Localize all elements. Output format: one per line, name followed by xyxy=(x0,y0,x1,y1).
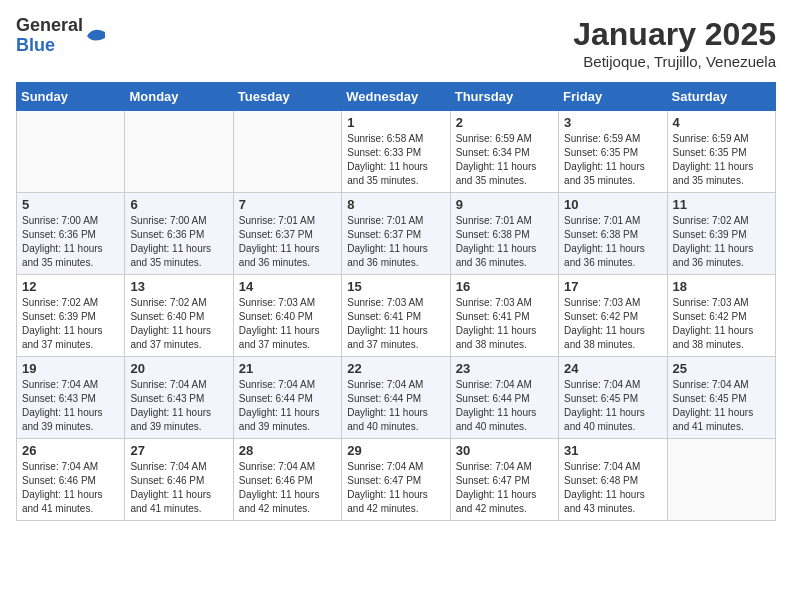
day-info: Sunrise: 7:03 AMSunset: 6:42 PMDaylight:… xyxy=(673,296,770,352)
calendar-cell: 26Sunrise: 7:04 AMSunset: 6:46 PMDayligh… xyxy=(17,439,125,521)
calendar-week-row: 5Sunrise: 7:00 AMSunset: 6:36 PMDaylight… xyxy=(17,193,776,275)
day-number: 4 xyxy=(673,115,770,130)
day-info: Sunrise: 7:03 AMSunset: 6:42 PMDaylight:… xyxy=(564,296,661,352)
calendar-week-row: 19Sunrise: 7:04 AMSunset: 6:43 PMDayligh… xyxy=(17,357,776,439)
day-number: 29 xyxy=(347,443,444,458)
calendar-cell: 23Sunrise: 7:04 AMSunset: 6:44 PMDayligh… xyxy=(450,357,558,439)
calendar-cell: 28Sunrise: 7:04 AMSunset: 6:46 PMDayligh… xyxy=(233,439,341,521)
day-number: 22 xyxy=(347,361,444,376)
day-number: 24 xyxy=(564,361,661,376)
day-info: Sunrise: 7:01 AMSunset: 6:37 PMDaylight:… xyxy=(239,214,336,270)
day-number: 11 xyxy=(673,197,770,212)
day-info: Sunrise: 7:04 AMSunset: 6:45 PMDaylight:… xyxy=(673,378,770,434)
calendar-cell: 21Sunrise: 7:04 AMSunset: 6:44 PMDayligh… xyxy=(233,357,341,439)
calendar-cell: 30Sunrise: 7:04 AMSunset: 6:47 PMDayligh… xyxy=(450,439,558,521)
calendar-cell: 3Sunrise: 6:59 AMSunset: 6:35 PMDaylight… xyxy=(559,111,667,193)
calendar-cell xyxy=(667,439,775,521)
logo-icon xyxy=(85,24,109,48)
day-number: 20 xyxy=(130,361,227,376)
logo-general-text: General xyxy=(16,16,83,36)
day-info: Sunrise: 7:02 AMSunset: 6:39 PMDaylight:… xyxy=(22,296,119,352)
calendar-cell: 17Sunrise: 7:03 AMSunset: 6:42 PMDayligh… xyxy=(559,275,667,357)
calendar-cell: 18Sunrise: 7:03 AMSunset: 6:42 PMDayligh… xyxy=(667,275,775,357)
calendar-cell xyxy=(125,111,233,193)
day-number: 26 xyxy=(22,443,119,458)
page-header: General Blue January 2025 Betijoque, Tru… xyxy=(16,16,776,70)
day-info: Sunrise: 7:04 AMSunset: 6:47 PMDaylight:… xyxy=(347,460,444,516)
day-info: Sunrise: 6:59 AMSunset: 6:35 PMDaylight:… xyxy=(673,132,770,188)
calendar-cell: 6Sunrise: 7:00 AMSunset: 6:36 PMDaylight… xyxy=(125,193,233,275)
calendar-cell: 24Sunrise: 7:04 AMSunset: 6:45 PMDayligh… xyxy=(559,357,667,439)
calendar-cell: 9Sunrise: 7:01 AMSunset: 6:38 PMDaylight… xyxy=(450,193,558,275)
day-info: Sunrise: 7:00 AMSunset: 6:36 PMDaylight:… xyxy=(130,214,227,270)
day-info: Sunrise: 6:58 AMSunset: 6:33 PMDaylight:… xyxy=(347,132,444,188)
day-number: 25 xyxy=(673,361,770,376)
calendar-cell: 1Sunrise: 6:58 AMSunset: 6:33 PMDaylight… xyxy=(342,111,450,193)
logo: General Blue xyxy=(16,16,109,56)
month-title: January 2025 xyxy=(573,16,776,53)
calendar-cell: 5Sunrise: 7:00 AMSunset: 6:36 PMDaylight… xyxy=(17,193,125,275)
day-info: Sunrise: 7:02 AMSunset: 6:39 PMDaylight:… xyxy=(673,214,770,270)
calendar-cell: 29Sunrise: 7:04 AMSunset: 6:47 PMDayligh… xyxy=(342,439,450,521)
calendar-cell: 14Sunrise: 7:03 AMSunset: 6:40 PMDayligh… xyxy=(233,275,341,357)
day-info: Sunrise: 7:00 AMSunset: 6:36 PMDaylight:… xyxy=(22,214,119,270)
weekday-header-thursday: Thursday xyxy=(450,83,558,111)
day-number: 14 xyxy=(239,279,336,294)
logo-blue-text: Blue xyxy=(16,36,83,56)
calendar-cell: 12Sunrise: 7:02 AMSunset: 6:39 PMDayligh… xyxy=(17,275,125,357)
day-number: 21 xyxy=(239,361,336,376)
day-info: Sunrise: 7:04 AMSunset: 6:46 PMDaylight:… xyxy=(22,460,119,516)
calendar-cell: 15Sunrise: 7:03 AMSunset: 6:41 PMDayligh… xyxy=(342,275,450,357)
weekday-header-row: SundayMondayTuesdayWednesdayThursdayFrid… xyxy=(17,83,776,111)
day-number: 3 xyxy=(564,115,661,130)
day-info: Sunrise: 6:59 AMSunset: 6:35 PMDaylight:… xyxy=(564,132,661,188)
day-info: Sunrise: 7:04 AMSunset: 6:46 PMDaylight:… xyxy=(130,460,227,516)
calendar-cell xyxy=(17,111,125,193)
day-info: Sunrise: 7:03 AMSunset: 6:41 PMDaylight:… xyxy=(456,296,553,352)
calendar-cell: 25Sunrise: 7:04 AMSunset: 6:45 PMDayligh… xyxy=(667,357,775,439)
title-section: January 2025 Betijoque, Trujillo, Venezu… xyxy=(573,16,776,70)
calendar-week-row: 12Sunrise: 7:02 AMSunset: 6:39 PMDayligh… xyxy=(17,275,776,357)
calendar-cell: 16Sunrise: 7:03 AMSunset: 6:41 PMDayligh… xyxy=(450,275,558,357)
day-info: Sunrise: 7:04 AMSunset: 6:45 PMDaylight:… xyxy=(564,378,661,434)
day-number: 9 xyxy=(456,197,553,212)
calendar-cell: 13Sunrise: 7:02 AMSunset: 6:40 PMDayligh… xyxy=(125,275,233,357)
calendar-cell: 31Sunrise: 7:04 AMSunset: 6:48 PMDayligh… xyxy=(559,439,667,521)
day-number: 30 xyxy=(456,443,553,458)
calendar-cell: 22Sunrise: 7:04 AMSunset: 6:44 PMDayligh… xyxy=(342,357,450,439)
calendar-table: SundayMondayTuesdayWednesdayThursdayFrid… xyxy=(16,82,776,521)
weekday-header-friday: Friday xyxy=(559,83,667,111)
calendar-week-row: 26Sunrise: 7:04 AMSunset: 6:46 PMDayligh… xyxy=(17,439,776,521)
day-number: 2 xyxy=(456,115,553,130)
day-number: 18 xyxy=(673,279,770,294)
day-number: 16 xyxy=(456,279,553,294)
day-info: Sunrise: 7:04 AMSunset: 6:44 PMDaylight:… xyxy=(239,378,336,434)
calendar-cell: 2Sunrise: 6:59 AMSunset: 6:34 PMDaylight… xyxy=(450,111,558,193)
weekday-header-saturday: Saturday xyxy=(667,83,775,111)
day-number: 28 xyxy=(239,443,336,458)
calendar-cell: 11Sunrise: 7:02 AMSunset: 6:39 PMDayligh… xyxy=(667,193,775,275)
day-number: 17 xyxy=(564,279,661,294)
calendar-cell: 27Sunrise: 7:04 AMSunset: 6:46 PMDayligh… xyxy=(125,439,233,521)
day-number: 12 xyxy=(22,279,119,294)
day-number: 10 xyxy=(564,197,661,212)
day-info: Sunrise: 7:01 AMSunset: 6:38 PMDaylight:… xyxy=(456,214,553,270)
day-info: Sunrise: 7:04 AMSunset: 6:46 PMDaylight:… xyxy=(239,460,336,516)
calendar-cell xyxy=(233,111,341,193)
day-number: 23 xyxy=(456,361,553,376)
calendar-cell: 8Sunrise: 7:01 AMSunset: 6:37 PMDaylight… xyxy=(342,193,450,275)
day-info: Sunrise: 6:59 AMSunset: 6:34 PMDaylight:… xyxy=(456,132,553,188)
weekday-header-tuesday: Tuesday xyxy=(233,83,341,111)
day-info: Sunrise: 7:04 AMSunset: 6:48 PMDaylight:… xyxy=(564,460,661,516)
day-number: 5 xyxy=(22,197,119,212)
calendar-cell: 7Sunrise: 7:01 AMSunset: 6:37 PMDaylight… xyxy=(233,193,341,275)
location: Betijoque, Trujillo, Venezuela xyxy=(573,53,776,70)
day-info: Sunrise: 7:04 AMSunset: 6:43 PMDaylight:… xyxy=(22,378,119,434)
weekday-header-sunday: Sunday xyxy=(17,83,125,111)
weekday-header-monday: Monday xyxy=(125,83,233,111)
calendar-cell: 4Sunrise: 6:59 AMSunset: 6:35 PMDaylight… xyxy=(667,111,775,193)
day-number: 15 xyxy=(347,279,444,294)
weekday-header-wednesday: Wednesday xyxy=(342,83,450,111)
day-number: 7 xyxy=(239,197,336,212)
day-info: Sunrise: 7:01 AMSunset: 6:37 PMDaylight:… xyxy=(347,214,444,270)
